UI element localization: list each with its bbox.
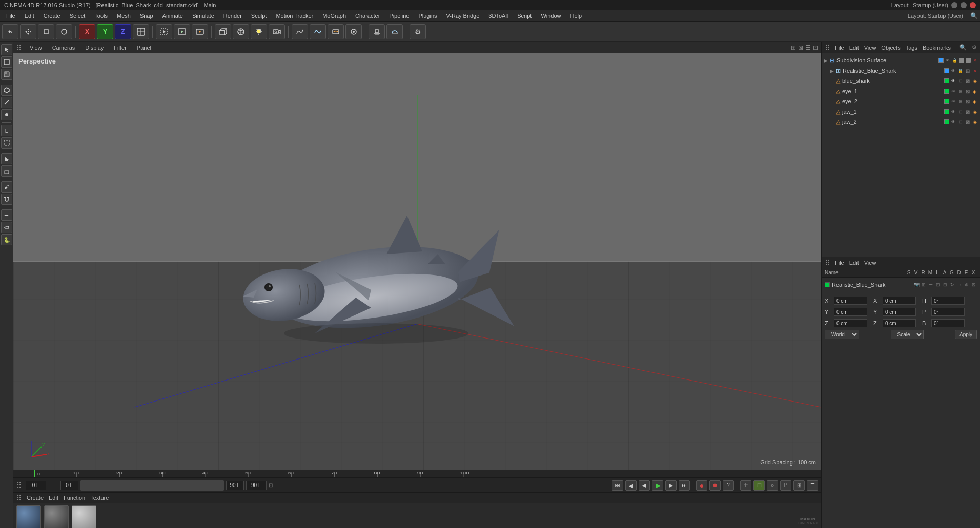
menu-select[interactable]: Select — [66, 12, 90, 20]
sphere-button[interactable] — [233, 24, 249, 39]
menu-pipeline[interactable]: Pipeline — [385, 12, 413, 20]
om-vis-icon[interactable]: 👁 — [945, 57, 951, 64]
nurbs-button[interactable] — [310, 24, 326, 39]
light-button[interactable] — [251, 24, 267, 39]
menu-character[interactable]: Character — [351, 12, 384, 20]
help-button[interactable]: ? — [723, 480, 734, 491]
magnet-tool[interactable] — [1, 194, 12, 205]
om-tag-6b[interactable]: ◈ — [972, 109, 978, 115]
y-axis-button[interactable]: Y — [97, 24, 113, 39]
paint-tool[interactable]: 🖌 — [1, 181, 12, 193]
om-item-jaw1[interactable]: △ jaw_1 👁 ⊞ ⊠ ◈ — [822, 107, 980, 117]
snap-button[interactable]: ☐ — [753, 480, 765, 491]
attr-icon-2[interactable]: ⊞ — [921, 282, 927, 288]
viewport-menu-filter[interactable]: Filter — [112, 44, 128, 52]
attr-menu-view[interactable]: View — [864, 260, 876, 266]
menu-animate[interactable]: Animate — [158, 12, 187, 20]
move-tool-button[interactable] — [20, 24, 36, 39]
world-mode-select[interactable]: World Object — [825, 330, 859, 339]
attr-icon-7[interactable]: → — [956, 282, 963, 288]
om-vis-6[interactable]: 👁 — [950, 109, 956, 115]
menu-window[interactable]: Window — [537, 12, 565, 20]
material-eye[interactable]: eye — [44, 505, 69, 528]
om-menu-edit[interactable]: Edit — [849, 45, 859, 51]
menu-mograph[interactable]: MoGraph — [318, 12, 350, 20]
attr-icon-4[interactable]: ⊡ — [935, 282, 941, 288]
z-size-input[interactable]: 0 cm — [883, 319, 916, 327]
rectangle-select[interactable] — [1, 137, 12, 149]
om-vis-5[interactable]: 👁 — [950, 98, 956, 104]
om-lock-icon[interactable]: 🔒 — [952, 57, 958, 64]
om-tag-4b[interactable]: ◈ — [972, 88, 978, 94]
end-frame-input[interactable] — [246, 481, 267, 490]
render-picture-button[interactable] — [192, 24, 208, 39]
attr-icon-8[interactable]: ⊕ — [964, 282, 970, 288]
minimize-btn[interactable] — [951, 2, 957, 8]
move-snap-button[interactable]: ✛ — [740, 480, 751, 491]
om-item-subdivision[interactable]: ▶ ⊟ Subdivision Surface 👁 🔒 ✕ — [822, 55, 980, 66]
cube-button[interactable] — [215, 24, 231, 39]
om-tag-icon-2[interactable] — [966, 58, 971, 63]
p-rot-input[interactable]: 0° — [931, 308, 965, 316]
timeline-ruler[interactable]: 0 10 20 30 40 50 60 70 — [13, 470, 821, 478]
z-axis-button[interactable]: Z — [115, 24, 131, 39]
menu-script[interactable]: Script — [513, 12, 536, 20]
om-vis-icon-3[interactable]: 👁 — [950, 78, 956, 84]
menu-motiontracker[interactable]: Motion Tracker — [272, 12, 317, 20]
om-item-eye1[interactable]: △ eye_1 👁 ⊞ ⊠ ◈ — [822, 86, 980, 96]
current-frame-input[interactable] — [26, 481, 46, 490]
om-tag-5b[interactable]: ◈ — [972, 98, 978, 104]
om-item-jaw2[interactable]: △ jaw_2 👁 ⊞ ⊠ ◈ — [822, 117, 980, 127]
menu-sculpt[interactable]: Sculpt — [247, 12, 271, 20]
autokey-button[interactable]: ⏺ — [709, 480, 721, 491]
viewport-icon-3[interactable]: ☰ — [805, 44, 811, 51]
preview-end-input[interactable] — [226, 481, 244, 490]
record-button[interactable]: ● — [696, 480, 707, 491]
om-menu-bookmarks[interactable]: Bookmarks — [923, 45, 951, 51]
world-axis-button[interactable] — [133, 24, 149, 39]
viewport-icon-1[interactable]: ⊞ — [791, 44, 796, 51]
preview-start-input[interactable] — [60, 481, 78, 490]
scale-tool-button[interactable] — [38, 24, 54, 39]
next-frame-button[interactable]: ▶ — [665, 480, 677, 491]
om-tag-5a[interactable]: ⊠ — [965, 98, 971, 104]
close-btn[interactable] — [970, 2, 976, 8]
menu-render[interactable]: Render — [219, 12, 246, 20]
attr-icon-5[interactable]: ⊟ — [942, 282, 948, 288]
texture-mode[interactable] — [1, 69, 12, 80]
om-tag-3b[interactable]: ◈ — [972, 78, 978, 84]
om-item-shark-group[interactable]: ▶ ⊞ Realistic_Blue_Shark 👁 🔒 ⊞ ✕ — [822, 66, 980, 76]
attr-icon-3[interactable]: ☰ — [928, 282, 934, 288]
viewport-menu-view[interactable]: View — [28, 44, 44, 52]
config-button[interactable]: ⚙ — [410, 24, 426, 39]
menu-file[interactable]: File — [2, 12, 19, 20]
prev-frame-button[interactable]: ◀ — [639, 480, 650, 491]
menu-3dtoall[interactable]: 3DToAll — [484, 12, 512, 20]
attr-icon-9[interactable]: ⊠ — [971, 282, 977, 288]
material-jaw[interactable]: jaw — [72, 505, 96, 528]
camera-button[interactable] — [269, 24, 285, 39]
render-view-button[interactable] — [174, 24, 190, 39]
live-select[interactable]: L — [1, 125, 12, 136]
layer-tool[interactable]: ☰ — [1, 209, 12, 221]
model-mode[interactable] — [1, 56, 12, 68]
sky-button[interactable] — [386, 24, 403, 39]
apply-button[interactable]: Apply — [955, 330, 977, 339]
material-blue-shark[interactable]: blue_sh — [16, 505, 41, 528]
om-tag-7a[interactable]: ⊠ — [965, 119, 971, 125]
viewport-menu-panel[interactable]: Panel — [135, 44, 153, 52]
om-vis-icon-2[interactable]: 👁 — [950, 68, 956, 74]
om-tag-checker[interactable]: ⊞ — [965, 68, 971, 74]
z-position-input[interactable]: 0 cm — [834, 319, 867, 327]
tag-tool[interactable]: 🏷 — [1, 222, 12, 233]
mat-menu-edit[interactable]: Edit — [49, 495, 58, 501]
om-tag-7b[interactable]: ◈ — [972, 119, 978, 125]
om-menu-view[interactable]: View — [864, 45, 876, 51]
om-settings-icon[interactable]: ⚙ — [972, 44, 977, 51]
pointer-tool[interactable] — [1, 44, 12, 55]
menu-edit[interactable]: Edit — [21, 12, 38, 20]
menu-snap[interactable]: Snap — [136, 12, 157, 20]
attr-icon-6[interactable]: ↻ — [949, 282, 955, 288]
mat-menu-texture[interactable]: Texture — [90, 495, 109, 501]
search-icon[interactable]: 🔍 — [970, 12, 978, 19]
